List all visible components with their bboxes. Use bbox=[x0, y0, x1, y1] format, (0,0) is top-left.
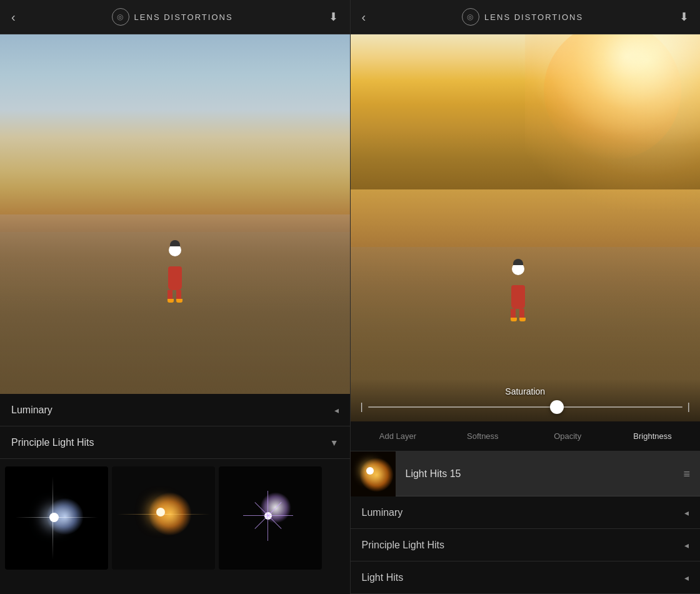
effects-grid bbox=[0, 459, 350, 577]
effect-thumb-blue[interactable] bbox=[5, 466, 108, 570]
slider-label: Saturation bbox=[361, 386, 691, 396]
figure-left bbox=[162, 243, 188, 286]
right-beach-image bbox=[351, 34, 701, 421]
left-beach-image bbox=[0, 34, 350, 394]
principle-label-left: Principle Light Hits bbox=[11, 437, 94, 448]
light-hits-arrow: ◂ bbox=[684, 573, 689, 583]
right-download-button[interactable]: ⬇ bbox=[679, 10, 689, 24]
selected-effect-row[interactable]: Light Hits 15 ≡ bbox=[351, 451, 701, 496]
selected-effect-thumb bbox=[351, 451, 396, 496]
tab-add-layer[interactable]: Add Layer bbox=[356, 431, 441, 441]
luminary-arrow-right: ◂ bbox=[684, 508, 689, 518]
figure-body bbox=[168, 266, 182, 290]
figure-head bbox=[169, 244, 181, 256]
principle-row-left[interactable]: Principle Light Hits ▼ bbox=[0, 426, 350, 459]
figure-legs bbox=[162, 290, 188, 303]
figure-body-right bbox=[511, 285, 525, 309]
left-logo-icon: ◎ bbox=[112, 8, 129, 26]
right-back-button[interactable]: ‹ bbox=[362, 11, 366, 23]
right-sections: Luminary ◂ Principle Light Hits ◂ Light … bbox=[351, 496, 701, 594]
right-logo-icon: ◎ bbox=[462, 8, 479, 26]
slider-wrapper: | | bbox=[361, 401, 691, 413]
effect-thumb-star[interactable] bbox=[219, 466, 322, 570]
luminary-arrow-left: ◂ bbox=[334, 405, 339, 415]
luminary-row-right[interactable]: Luminary ◂ bbox=[351, 496, 701, 529]
effect-thumb-warm[interactable] bbox=[112, 466, 215, 570]
flare-line-v bbox=[52, 466, 53, 570]
tab-opacity[interactable]: Opacity bbox=[525, 431, 610, 441]
right-panel: ‹ ◎ LENS DISTORTIONS ⬇ bbox=[351, 0, 701, 594]
tab-brightness[interactable]: Brightness bbox=[610, 431, 695, 441]
left-header: ‹ ◎ LENS DISTORTIONS ⬇ bbox=[0, 0, 350, 34]
slider-min-tick: | bbox=[361, 401, 363, 413]
right-bottom-panel: Add Layer Softness Opacity Brightness Li… bbox=[351, 421, 701, 594]
left-bottom-panel: Luminary ◂ Principle Light Hits ▼ bbox=[0, 394, 350, 594]
flare-line-h bbox=[5, 517, 108, 518]
luminary-label-left: Luminary bbox=[11, 405, 52, 416]
figure-head-right bbox=[512, 263, 524, 275]
selected-effect-name: Light Hits 15 bbox=[396, 468, 672, 480]
tabs-bar: Add Layer Softness Opacity Brightness bbox=[351, 421, 701, 451]
figure-right bbox=[506, 261, 531, 305]
saturation-slider[interactable] bbox=[368, 406, 682, 408]
left-panel: ‹ ◎ LENS DISTORTIONS ⬇ bbox=[0, 0, 350, 594]
left-header-title: ◎ LENS DISTORTIONS bbox=[112, 8, 233, 26]
left-back-button[interactable]: ‹ bbox=[11, 11, 16, 23]
luminary-row-left[interactable]: Luminary ◂ bbox=[0, 394, 350, 426]
slider-overlay: Saturation | | bbox=[351, 379, 701, 421]
left-image-area bbox=[0, 34, 350, 394]
effect-menu-button[interactable]: ≡ bbox=[672, 468, 700, 480]
luminary-label-right: Luminary bbox=[362, 507, 403, 518]
slider-thumb[interactable] bbox=[550, 400, 564, 414]
slider-max-tick: | bbox=[688, 401, 690, 413]
right-header-title: ◎ LENS DISTORTIONS bbox=[462, 8, 583, 26]
principle-row-right[interactable]: Principle Light Hits ◂ bbox=[351, 529, 701, 561]
principle-label-right: Principle Light Hits bbox=[362, 540, 445, 551]
right-header: ‹ ◎ LENS DISTORTIONS ⬇ bbox=[351, 0, 701, 34]
light-hits-label: Light Hits bbox=[362, 572, 404, 583]
principle-arrow-left: ▼ bbox=[330, 438, 339, 448]
tab-softness[interactable]: Softness bbox=[440, 431, 525, 441]
principle-arrow-right: ◂ bbox=[684, 540, 689, 550]
left-download-button[interactable]: ⬇ bbox=[329, 10, 338, 24]
figure-legs-right bbox=[506, 309, 531, 321]
starburst bbox=[264, 512, 272, 520]
flare-line-warm bbox=[112, 514, 215, 515]
right-image-area: Saturation | | bbox=[351, 34, 701, 421]
light-hits-row[interactable]: Light Hits ◂ bbox=[351, 561, 701, 594]
